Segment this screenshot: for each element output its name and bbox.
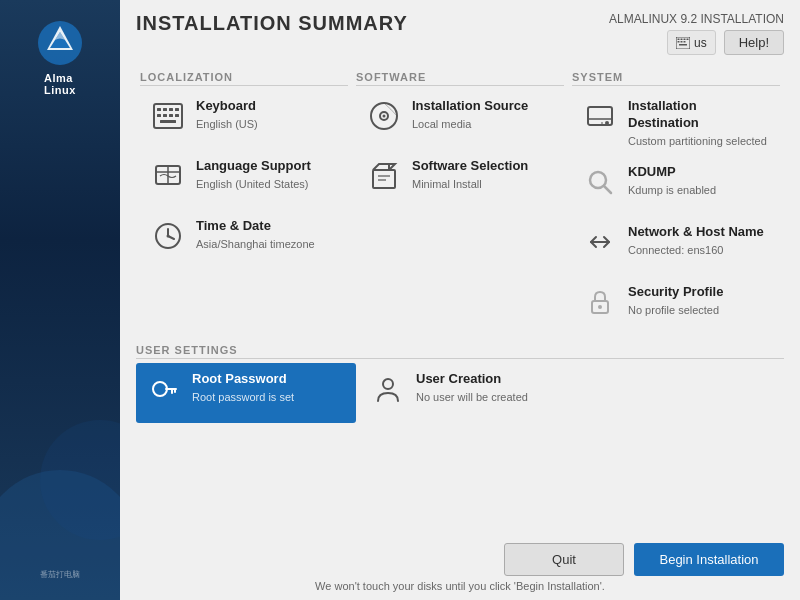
- network-subtitle: Connected: ens160: [628, 243, 770, 257]
- network-text: Network & Host Name Connected: ens160: [628, 224, 770, 257]
- user-creation-item[interactable]: User Creation No user will be created: [360, 363, 580, 423]
- security-item[interactable]: Security Profile No profile selected: [572, 276, 780, 336]
- svg-point-37: [605, 121, 609, 125]
- security-title: Security Profile: [628, 284, 770, 301]
- sidebar: Alma Linux 番茄打电脑: [0, 0, 120, 600]
- software-selection-title: Software Selection: [412, 158, 554, 175]
- svg-rect-4: [683, 38, 685, 40]
- kdump-title: KDUMP: [628, 164, 770, 181]
- svg-rect-15: [157, 114, 161, 117]
- localization-section: LOCALIZATION: [136, 63, 352, 336]
- svg-rect-18: [175, 114, 179, 117]
- language-item-icon: [150, 158, 186, 194]
- bottom-bar: Quit Begin Installation We won't touch y…: [120, 535, 800, 600]
- svg-rect-9: [679, 44, 687, 46]
- install-dest-item[interactable]: Installation Destination Custom partitio…: [572, 90, 780, 156]
- svg-rect-16: [163, 114, 167, 117]
- logo-area: Alma Linux: [27, 10, 93, 104]
- svg-point-43: [153, 382, 167, 396]
- keyboard-title: Keyboard: [196, 98, 338, 115]
- content-area: LOCALIZATION: [120, 63, 800, 535]
- user-settings-section: USER SETTINGS Root Password Ro: [136, 344, 784, 423]
- root-password-subtitle: Root password is set: [192, 390, 346, 404]
- svg-point-47: [383, 379, 393, 389]
- datetime-title: Time & Date: [196, 218, 338, 235]
- root-password-title: Root Password: [192, 371, 346, 388]
- header: INSTALLATION SUMMARY ALMALINUX 9.2 INSTA…: [120, 0, 800, 63]
- language-subtitle: English (United States): [196, 177, 338, 191]
- lang-code: us: [694, 36, 707, 50]
- root-password-text: Root Password Root password is set: [192, 371, 346, 404]
- header-right: ALMALINUX 9.2 INSTALLATION: [609, 12, 784, 55]
- software-selection-icon: [366, 158, 402, 194]
- keyboard-text: Keyboard English (US): [196, 98, 338, 131]
- main-content: INSTALLATION SUMMARY ALMALINUX 9.2 INSTA…: [120, 0, 800, 600]
- svg-line-40: [604, 186, 611, 193]
- network-icon: [582, 224, 618, 260]
- software-selection-text: Software Selection Minimal Install: [412, 158, 554, 191]
- language-icon: [154, 162, 182, 190]
- software-header: SOFTWARE: [356, 71, 564, 86]
- svg-point-29: [383, 115, 386, 118]
- root-password-item[interactable]: Root Password Root password is set: [136, 363, 356, 423]
- begin-installation-button[interactable]: Begin Installation: [634, 543, 784, 576]
- user-settings-header: USER SETTINGS: [136, 344, 784, 359]
- disc-icon: [369, 101, 399, 131]
- datetime-item-icon: [150, 218, 186, 254]
- footer-note: We won't touch your disks until you clic…: [136, 580, 784, 592]
- svg-rect-17: [169, 114, 173, 117]
- svg-rect-2: [677, 38, 679, 40]
- install-dest-icon: [582, 98, 618, 134]
- svg-rect-7: [680, 41, 682, 43]
- software-selection-subtitle: Minimal Install: [412, 177, 554, 191]
- help-button[interactable]: Help!: [724, 30, 784, 55]
- security-subtitle: No profile selected: [628, 303, 770, 317]
- keyboard-item-icon: [150, 98, 186, 134]
- svg-point-38: [601, 122, 603, 124]
- search-icon: [586, 168, 614, 196]
- box-icon: [370, 162, 398, 190]
- language-badge[interactable]: us: [667, 30, 716, 55]
- user-creation-subtitle: No user will be created: [416, 390, 570, 404]
- keyboard-subtitle: English (US): [196, 117, 338, 131]
- security-text: Security Profile No profile selected: [628, 284, 770, 317]
- kdump-text: KDUMP Kdump is enabled: [628, 164, 770, 197]
- kdump-icon: [582, 164, 618, 200]
- svg-rect-8: [683, 41, 685, 43]
- user-creation-text: User Creation No user will be created: [416, 371, 570, 404]
- datetime-subtitle: Asia/Shanghai timezone: [196, 237, 338, 251]
- network-item[interactable]: Network & Host Name Connected: ens160: [572, 216, 780, 276]
- svg-rect-12: [163, 108, 167, 111]
- header-subtitle: ALMALINUX 9.2 INSTALLATION: [609, 12, 784, 26]
- system-header: SYSTEM: [572, 71, 780, 86]
- almalinux-logo: [35, 18, 85, 68]
- clock-icon: [154, 222, 182, 250]
- datetime-text: Time & Date Asia/Shanghai timezone: [196, 218, 338, 251]
- language-item[interactable]: Language Support English (United States): [140, 150, 348, 210]
- language-title: Language Support: [196, 158, 338, 175]
- key-icon: [150, 375, 178, 403]
- svg-point-42: [598, 305, 602, 309]
- svg-rect-19: [160, 120, 176, 123]
- install-source-subtitle: Local media: [412, 117, 554, 131]
- user-creation-icon: [370, 371, 406, 407]
- network-arrows-icon: [586, 228, 614, 256]
- kdump-item[interactable]: KDUMP Kdump is enabled: [572, 156, 780, 216]
- svg-rect-14: [175, 108, 179, 111]
- install-dest-text: Installation Destination Custom partitio…: [628, 98, 770, 148]
- user-items-row: Root Password Root password is set User …: [136, 363, 784, 423]
- install-dest-title: Installation Destination: [628, 98, 770, 132]
- software-selection-item[interactable]: Software Selection Minimal Install: [356, 150, 564, 210]
- page-title: INSTALLATION SUMMARY: [136, 12, 408, 35]
- datetime-item[interactable]: Time & Date Asia/Shanghai timezone: [140, 210, 348, 270]
- quit-button[interactable]: Quit: [504, 543, 624, 576]
- install-source-icon: [366, 98, 402, 134]
- keyboard-icon: [153, 103, 183, 129]
- svg-rect-5: [686, 38, 688, 40]
- keyboard-icon: [676, 37, 690, 49]
- security-icon: [582, 284, 618, 320]
- action-buttons: Quit Begin Installation: [136, 543, 784, 576]
- install-source-item[interactable]: Installation Source Local media: [356, 90, 564, 150]
- keyboard-item[interactable]: Keyboard English (US): [140, 90, 348, 150]
- language-text: Language Support English (United States): [196, 158, 338, 191]
